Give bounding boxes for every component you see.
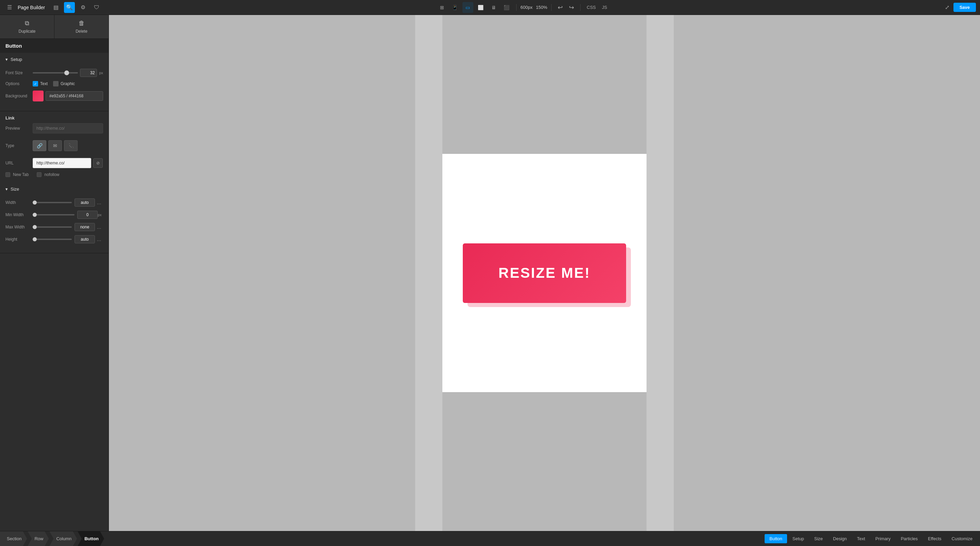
tab-setup[interactable]: Setup bbox=[788, 534, 809, 543]
text-option-item[interactable]: ✓ Text bbox=[33, 81, 48, 86]
nofollow-checkbox[interactable] bbox=[37, 172, 41, 177]
js-button[interactable]: JS bbox=[600, 3, 609, 11]
link-header: Link bbox=[0, 111, 108, 123]
setup-header[interactable]: ▾ Setup bbox=[0, 53, 108, 66]
min-width-slider-track[interactable] bbox=[33, 214, 75, 215]
tab-design[interactable]: Design bbox=[828, 534, 851, 543]
size-content: Width auto … Min Width 0 px bbox=[0, 196, 108, 253]
undo-button[interactable]: ↩ bbox=[556, 2, 565, 13]
sidebar-icon: ▤ bbox=[53, 4, 59, 11]
height-slider-track[interactable] bbox=[33, 239, 72, 240]
check-icon: ✓ bbox=[34, 82, 37, 86]
font-size-slider-track[interactable] bbox=[33, 72, 78, 73]
save-button[interactable]: Save bbox=[953, 3, 976, 12]
shield-button[interactable]: 🛡 bbox=[91, 2, 102, 13]
url-input-row: ⊘ bbox=[33, 158, 103, 168]
gear-icon: ⚙ bbox=[81, 4, 86, 11]
background-value[interactable]: #e92a55 / #f44168 bbox=[46, 91, 103, 101]
url-input[interactable] bbox=[33, 158, 91, 168]
size-header[interactable]: ▾ Size bbox=[0, 183, 108, 196]
device-button-wide[interactable]: ⬛ bbox=[501, 2, 512, 13]
top-bar: ☰ Page Builder ▤ 🔍 ⚙ 🛡 ⊞ 📱 ▭ ⬜ 🖥 bbox=[0, 0, 980, 15]
device-button-tablet[interactable]: ⬜ bbox=[476, 2, 486, 13]
sidebar-toggle-button[interactable]: ▤ bbox=[50, 2, 61, 13]
settings-button[interactable]: ⚙ bbox=[78, 2, 89, 13]
background-swatch[interactable] bbox=[33, 91, 43, 102]
external-link-button[interactable]: ⤢ bbox=[943, 3, 951, 12]
preview-input[interactable] bbox=[33, 123, 103, 134]
delete-button[interactable]: 🗑 Delete bbox=[54, 15, 108, 38]
redo-button[interactable]: ↪ bbox=[567, 2, 576, 13]
top-bar-right: ⤢ Save bbox=[943, 3, 976, 12]
height-dots-icon: … bbox=[97, 237, 102, 242]
height-value[interactable]: auto bbox=[75, 235, 95, 244]
tab-particles[interactable]: Particles bbox=[896, 534, 923, 543]
tab-primary[interactable]: Primary bbox=[870, 534, 895, 543]
setup-content: Font Size 32 px Options bbox=[0, 66, 108, 111]
device-button-tablet-sm[interactable]: ▭ bbox=[463, 2, 473, 13]
max-width-dots-icon: … bbox=[97, 224, 102, 230]
search-button[interactable]: 🔍 bbox=[64, 2, 75, 13]
button-main[interactable]: RESIZE ME! bbox=[463, 244, 626, 303]
min-width-value[interactable]: 0 bbox=[77, 211, 98, 219]
device-button-mixed[interactable]: ⊞ bbox=[437, 2, 447, 13]
undo-icon: ↩ bbox=[558, 4, 563, 11]
font-size-row: Font Size 32 px bbox=[5, 69, 103, 77]
type-email-button[interactable]: ✉ bbox=[48, 140, 62, 151]
font-size-slider-thumb[interactable] bbox=[64, 70, 69, 75]
height-label: Height bbox=[5, 237, 33, 242]
url-clear-button[interactable]: ⊘ bbox=[93, 158, 103, 168]
max-width-label: Max Width bbox=[5, 224, 33, 229]
url-row: URL ⊘ bbox=[5, 158, 103, 168]
tab-button[interactable]: Button bbox=[765, 534, 787, 543]
hamburger-button[interactable]: ☰ bbox=[4, 2, 15, 13]
max-width-slider-thumb[interactable] bbox=[33, 225, 37, 229]
max-width-slider-track[interactable] bbox=[33, 226, 72, 228]
type-phone-button[interactable]: 📞 bbox=[64, 140, 78, 151]
tab-size[interactable]: Size bbox=[810, 534, 827, 543]
mobile-icon: 📱 bbox=[452, 5, 458, 10]
tab-customize[interactable]: Customize bbox=[947, 534, 977, 543]
size-section: ▾ Size Width auto … Min Width bbox=[0, 183, 108, 253]
size-label: Size bbox=[11, 186, 19, 192]
app-title: Page Builder bbox=[18, 5, 45, 10]
tab-text[interactable]: Text bbox=[853, 534, 870, 543]
height-options-button[interactable]: … bbox=[95, 235, 103, 244]
zoom-level: 150% bbox=[536, 5, 547, 10]
device-button-desktop[interactable]: 🖥 bbox=[488, 2, 499, 13]
font-size-input[interactable]: 32 bbox=[80, 69, 97, 77]
max-width-value[interactable]: none bbox=[75, 223, 95, 231]
breadcrumb-column[interactable]: Column bbox=[49, 532, 77, 546]
css-button[interactable]: CSS bbox=[585, 3, 598, 11]
graphic-option-item[interactable]: Graphic bbox=[53, 81, 75, 86]
width-slider-thumb[interactable] bbox=[33, 201, 37, 205]
panel-actions: ⧉ Duplicate 🗑 Delete bbox=[0, 15, 108, 39]
chevron-down-icon: ▾ bbox=[5, 57, 8, 62]
top-bar-center: ⊞ 📱 ▭ ⬜ 🖥 ⬛ 600px 150% ↩ ↪ CSS JS bbox=[437, 2, 609, 13]
type-link-button[interactable]: 🔗 bbox=[33, 140, 46, 151]
new-tab-row: New Tab nofollow bbox=[5, 172, 103, 177]
duplicate-button[interactable]: ⧉ Duplicate bbox=[0, 15, 54, 38]
size-chevron-icon: ▾ bbox=[5, 186, 8, 192]
new-tab-checkbox[interactable] bbox=[5, 172, 10, 177]
height-slider-thumb[interactable] bbox=[33, 237, 37, 241]
email-icon: ✉ bbox=[53, 143, 57, 148]
max-width-options-button[interactable]: … bbox=[95, 223, 103, 231]
width-options-button[interactable]: … bbox=[95, 199, 103, 207]
breadcrumb-button[interactable]: Button bbox=[78, 532, 104, 546]
graphic-checkbox[interactable] bbox=[53, 81, 59, 86]
tab-effects[interactable]: Effects bbox=[923, 534, 946, 543]
new-tab-label: New Tab bbox=[13, 172, 29, 177]
breadcrumb-section[interactable]: Section bbox=[0, 532, 27, 546]
device-button-mobile[interactable]: 📱 bbox=[450, 2, 460, 13]
link-icon: 🔗 bbox=[37, 143, 43, 148]
width-slider-track[interactable] bbox=[33, 202, 72, 203]
min-width-slider-thumb[interactable] bbox=[33, 213, 37, 217]
delete-icon: 🗑 bbox=[79, 20, 85, 27]
button-element[interactable]: RESIZE ME! bbox=[463, 244, 626, 303]
text-checkbox[interactable]: ✓ bbox=[33, 81, 38, 86]
type-row: Type 🔗 ✉ 📞 bbox=[5, 137, 103, 154]
breadcrumb-row[interactable]: Row bbox=[27, 532, 49, 546]
width-value[interactable]: auto bbox=[75, 199, 95, 207]
max-width-row: Max Width none … bbox=[5, 223, 103, 231]
